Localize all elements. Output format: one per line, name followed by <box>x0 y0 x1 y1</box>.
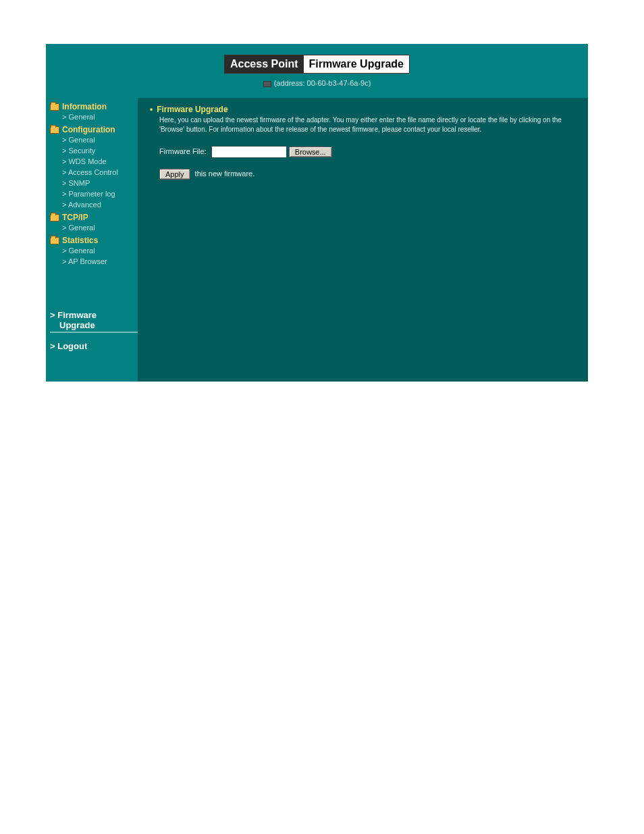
sidebar-section-configuration[interactable]: Configuration <box>50 125 138 134</box>
section-label: Information <box>62 102 107 111</box>
content-description: Here, you can upload the newest firmware… <box>159 115 576 134</box>
firmware-file-row: Firmware File: Browse... <box>159 146 576 158</box>
firmware-file-label: Firmware File: <box>159 147 207 155</box>
sidebar-item-config-security[interactable]: Security <box>50 145 138 156</box>
sidebar: Information General Configuration Genera… <box>46 98 138 382</box>
address-text: (address: 00-60-b3-47-6a-9c) <box>274 79 371 87</box>
folder-icon <box>50 126 59 134</box>
firmware-file-input[interactable] <box>211 146 287 158</box>
sidebar-item-config-advanced[interactable]: Advanced <box>50 199 138 210</box>
apply-row: Apply this new firmware. <box>159 169 576 180</box>
body: Information General Configuration Genera… <box>46 98 588 382</box>
apply-trail: this new firmware. <box>195 170 255 178</box>
content-panel: •Firmware Upgrade Here, you can upload t… <box>138 98 588 382</box>
sidebar-item-config-accesscontrol[interactable]: Access Control <box>50 167 138 178</box>
content-heading: Firmware Upgrade <box>157 105 227 114</box>
bullet-icon: • <box>150 105 153 114</box>
firmware-label-1: Firmware <box>57 310 97 320</box>
folder-icon <box>50 214 59 221</box>
sidebar-item-tcpip-general[interactable]: General <box>50 222 138 233</box>
folder-icon <box>50 103 59 111</box>
firmware-label-2: Upgrade <box>50 320 140 333</box>
sidebar-section-statistics[interactable]: Statistics <box>50 236 138 245</box>
section-label: TCP/IP <box>62 213 88 222</box>
app-window: Access PointFirmware Upgrade (address: 0… <box>46 44 588 382</box>
sidebar-section-information[interactable]: Information <box>50 102 138 111</box>
logout-label: Logout <box>57 341 87 351</box>
title-prefix: Access Point <box>225 55 303 73</box>
sidebar-item-info-general[interactable]: General <box>50 111 138 122</box>
chip-icon <box>263 81 271 87</box>
page-title: Access PointFirmware Upgrade <box>224 55 410 74</box>
content-heading-row: •Firmware Upgrade <box>150 105 576 114</box>
sidebar-item-firmware-upgrade[interactable]: Firmware Upgrade <box>50 307 138 334</box>
spacer <box>50 267 138 307</box>
sidebar-section-tcpip[interactable]: TCP/IP <box>50 213 138 222</box>
sidebar-item-config-wdsmode[interactable]: WDS Mode <box>50 156 138 167</box>
folder-icon <box>50 237 59 244</box>
sidebar-item-stats-general[interactable]: General <box>50 245 138 256</box>
sidebar-item-config-paramlog[interactable]: Parameter log <box>50 188 138 199</box>
device-address: (address: 00-60-b3-47-6a-9c) <box>46 74 588 94</box>
title-suffix: Firmware Upgrade <box>304 55 409 73</box>
section-label: Configuration <box>62 125 115 134</box>
sidebar-item-logout[interactable]: Logout <box>50 338 138 353</box>
sidebar-item-config-snmp[interactable]: SNMP <box>50 178 138 188</box>
apply-button[interactable]: Apply <box>159 169 190 180</box>
header: Access PointFirmware Upgrade (address: 0… <box>46 44 588 98</box>
sidebar-item-config-general[interactable]: General <box>50 134 138 145</box>
browse-button[interactable]: Browse... <box>289 147 332 157</box>
sidebar-item-stats-apbrowser[interactable]: AP Browser <box>50 256 138 267</box>
section-label: Statistics <box>62 236 98 245</box>
